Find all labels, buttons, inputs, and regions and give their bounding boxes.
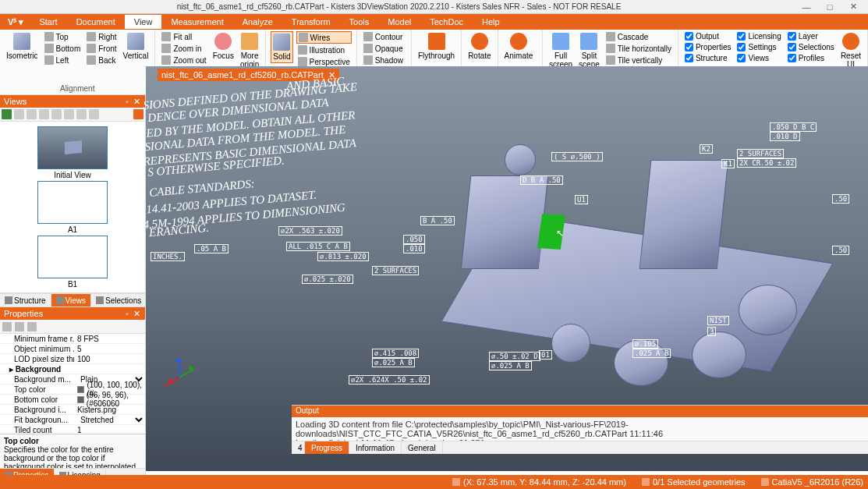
tab-views[interactable]: Views	[51, 294, 92, 307]
tb-2[interactable]	[27, 109, 37, 119]
menu-help[interactable]: Help	[473, 15, 509, 29]
views-sync-button[interactable]	[133, 109, 143, 119]
minimize-button[interactable]: —	[795, 2, 818, 12]
prop-row[interactable]: Minimum frame r...8 FPS	[0, 334, 145, 344]
pane-selections[interactable]: Selections	[786, 42, 836, 52]
otab-progress[interactable]: Progress	[305, 441, 349, 454]
menu-start[interactable]: Start	[30, 15, 66, 29]
tb-5[interactable]	[64, 109, 74, 119]
tb-7[interactable]	[89, 109, 99, 119]
gfx-shadow[interactable]: Shadow	[362, 55, 405, 66]
menu-tools[interactable]: Tools	[340, 15, 379, 29]
gfx-contour[interactable]: Contour	[362, 31, 405, 42]
prop-tb-3[interactable]	[27, 322, 37, 331]
align-bottom[interactable]: Bottom	[43, 43, 83, 54]
prop-row[interactable]: Object minimum ...5	[0, 344, 145, 354]
maximize-button[interactable]: □	[818, 2, 841, 12]
views-pin-icon[interactable]: ◦	[122, 97, 132, 106]
tab-structure[interactable]: Structure	[0, 294, 51, 307]
pane-checkbox[interactable]	[788, 32, 796, 41]
otab-general[interactable]: General	[402, 441, 443, 454]
align-right[interactable]: Right	[85, 31, 118, 42]
prop-row[interactable]: Bottom color(96, 96, 96), (#606060	[0, 395, 145, 405]
pane-checkbox[interactable]	[737, 54, 746, 62]
render-wires[interactable]: Wires	[296, 31, 352, 44]
pane-checkbox[interactable]	[737, 32, 746, 41]
close-button[interactable]: ✕	[841, 2, 865, 12]
prop-row[interactable]: Tiled count1	[0, 425, 145, 434]
scene-tile-horizontally[interactable]: Tile horizontally	[604, 43, 673, 54]
tb-1[interactable]	[14, 109, 24, 119]
menu-transform[interactable]: Transform	[282, 15, 340, 29]
views-close-icon[interactable]: ✕	[132, 97, 141, 107]
pane-checkbox[interactable]	[737, 43, 746, 51]
pane-checkbox[interactable]	[788, 43, 796, 51]
app-logo[interactable]: V⁵ ▾	[3, 17, 28, 27]
pane-layer[interactable]: Layer	[786, 31, 836, 41]
prop-select[interactable]: Stretched	[77, 415, 145, 425]
view-thumb-1[interactable]: A1	[37, 181, 108, 234]
scene-cascade[interactable]: Cascade	[604, 31, 673, 42]
gfx-opaque[interactable]: Opaque	[362, 43, 405, 54]
menu-measurement[interactable]: Measurement	[161, 15, 232, 29]
pane-output[interactable]: Output	[683, 31, 733, 41]
align-left[interactable]: Left	[43, 55, 83, 66]
reset-ui-button[interactable]: Reset UI	[839, 31, 863, 70]
prop-tb-2[interactable]	[15, 322, 24, 331]
tb-6[interactable]	[76, 109, 87, 119]
isometric-button[interactable]: Isometric	[5, 31, 40, 62]
zoom-fit-all[interactable]: Fit all	[160, 31, 207, 42]
pane-profiles[interactable]: Profiles	[786, 53, 836, 63]
output-body[interactable]: Loading 3D content from file C:\protecte…	[292, 417, 868, 441]
prop-row[interactable]: LOD pixel size thre...100	[0, 354, 145, 364]
solid-button[interactable]: Solid	[271, 31, 292, 63]
pane-licensing[interactable]: Licensing	[735, 31, 782, 41]
pane-views[interactable]: Views	[735, 53, 782, 63]
split-scene-button[interactable]: Split scene	[577, 31, 601, 70]
pane-properties[interactable]: Properties	[683, 42, 733, 52]
menu-view[interactable]: View	[125, 15, 162, 29]
prop-row[interactable]: Fit backgroun...Stretched	[0, 415, 145, 425]
menu-model[interactable]: Model	[378, 15, 420, 29]
focus-button[interactable]: Focus	[211, 31, 236, 62]
prop-close-icon[interactable]: ✕	[132, 309, 141, 319]
pane-settings[interactable]: Settings	[735, 42, 782, 52]
menu-analyze[interactable]: Analyze	[233, 15, 282, 29]
align-top[interactable]: Top	[43, 31, 83, 42]
pane-checkbox[interactable]	[685, 54, 693, 62]
otab-information[interactable]: Information	[349, 441, 402, 454]
prop-row[interactable]: Background i...Kisters.png	[0, 405, 145, 415]
tb-4[interactable]	[51, 109, 62, 119]
pane-checkbox[interactable]	[685, 32, 693, 41]
align-back[interactable]: Back	[85, 55, 118, 66]
render-illustration[interactable]: Illustration	[296, 44, 352, 55]
zoom-zoom-out[interactable]: Zoom out	[160, 55, 207, 66]
menu-document[interactable]: Document	[67, 15, 125, 29]
scene-tile-vertically[interactable]: Tile vertically	[604, 55, 673, 66]
prop-tb-1[interactable]	[2, 322, 12, 331]
pane-checkbox[interactable]	[788, 54, 796, 62]
rotate-button[interactable]: Rotate	[466, 31, 492, 62]
align-front[interactable]: Front	[85, 43, 118, 54]
viewport-3d[interactable]: ⌂ nist_ftc_06_asme1_rd_cf5260_rb.CATPart…	[146, 66, 868, 471]
add-view-button[interactable]	[2, 109, 12, 119]
views-list[interactable]: Initial ViewA1B1	[0, 122, 145, 293]
pane-structure[interactable]: Structure	[683, 53, 733, 63]
flythrough-button[interactable]: Flythrough	[416, 31, 456, 62]
menu-techdoc[interactable]: TechDoc	[420, 15, 473, 29]
properties-grid[interactable]: Minimum frame r...8 FPSObject minimum ..…	[0, 334, 145, 434]
pane-checkbox[interactable]	[685, 43, 693, 51]
zoom-zoom-in[interactable]: Zoom in	[160, 43, 207, 54]
view-thumb-2[interactable]: B1	[37, 236, 108, 289]
prop-pin-icon[interactable]: ◦	[122, 309, 132, 318]
vertical-button[interactable]: Vertical	[122, 31, 151, 62]
view-thumb-0[interactable]: Initial View	[37, 126, 108, 179]
prop-row[interactable]: ▸ Background	[0, 364, 145, 374]
render-perspective[interactable]: Perspective	[296, 56, 352, 67]
tab-selections[interactable]: Selections	[91, 294, 147, 307]
tb-3[interactable]	[39, 109, 49, 119]
more-origin-button[interactable]: More origin	[239, 31, 260, 70]
animate-button[interactable]: Animate	[503, 31, 535, 62]
full-screen-button[interactable]: Full screen	[547, 31, 574, 70]
axis-triad[interactable]	[160, 350, 199, 393]
